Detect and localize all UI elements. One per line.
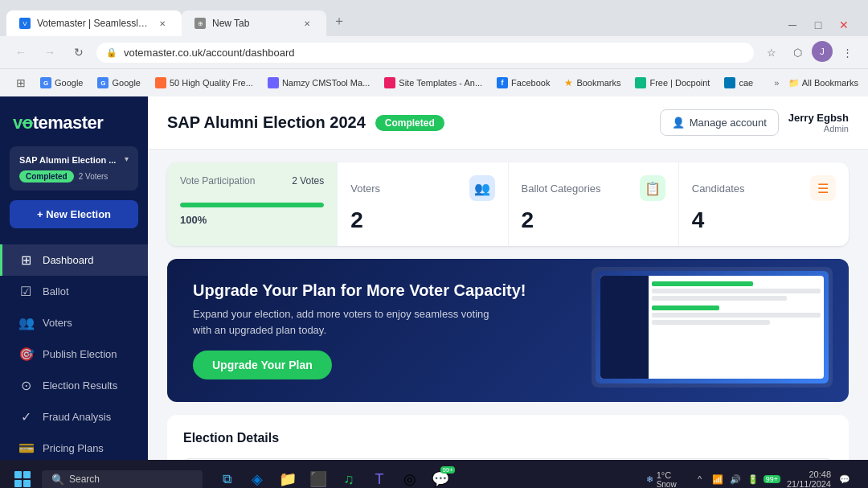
participation-votes: 2 Votes: [292, 175, 324, 187]
sidebar-item-pricing[interactable]: 💳 Pricing Plans: [0, 433, 148, 460]
manage-account-button[interactable]: 👤 Manage account: [660, 109, 779, 136]
bookmark-facebook[interactable]: f Facebook: [490, 76, 556, 90]
browser-chrome: V Votemaster | Seamlessly Build s... ✕ ⊕…: [0, 0, 868, 96]
notification-icon[interactable]: 💬: [837, 472, 852, 486]
upgrade-text: Upgrade Your Plan for More Voter Capacit…: [193, 281, 526, 379]
election-voters-count: 2 Voters: [79, 172, 108, 181]
taskbar-app-edge[interactable]: ◈: [243, 465, 272, 488]
new-tab-button[interactable]: ＋: [326, 6, 352, 36]
bookmark-bookmarks[interactable]: ★ Bookmarks: [558, 76, 627, 90]
stat-card-ballot-categories: Ballot Categories 📋 2: [509, 162, 679, 246]
tab-votemaster[interactable]: V Votemaster | Seamlessly Build s... ✕: [6, 10, 182, 36]
manage-account-icon: 👤: [672, 117, 685, 129]
windows-icon: [14, 471, 31, 487]
bookmark-site-templates[interactable]: Site Templates - An...: [378, 76, 489, 90]
main-header-left: SAP Alumni Election 2024 Completed: [167, 113, 444, 132]
mockup-screen: [592, 267, 833, 388]
bookmarks-more[interactable]: »: [769, 76, 784, 89]
sidebar-item-ballot[interactable]: ☑ Ballot: [0, 276, 148, 307]
voters-count: 2: [350, 207, 494, 233]
stat-card-voters: Voters 👥 2: [338, 162, 508, 246]
star-icon[interactable]: ☆: [760, 41, 783, 64]
sidebar-item-publish[interactable]: 🎯 Publish Election: [0, 338, 148, 370]
sidebar: votemaster SAP Alumni Election ... ▾ Com…: [0, 96, 148, 460]
whatsapp-badge: 99+: [440, 466, 455, 474]
taskbar-search[interactable]: 🔍 Search: [42, 470, 203, 489]
bookmark-namzy[interactable]: Namzy CMSTool Ma...: [261, 76, 376, 90]
upgrade-mockup: [592, 267, 833, 388]
fraud-icon: ✓: [18, 409, 33, 424]
taskbar-app-spotify[interactable]: ♫: [334, 465, 363, 488]
back-button[interactable]: ←: [10, 41, 32, 64]
election-details-section: Election Details SAP Alumni Election 202…: [167, 415, 849, 460]
votemaster-favicon: V: [19, 18, 31, 29]
participation-percent: 100%: [180, 214, 207, 226]
tray-battery-icon[interactable]: 🔋: [746, 472, 760, 486]
mockup-sidebar-decoration: [600, 276, 649, 379]
bookmarks-bar: ⊞ G Google G Google 50 High Quality Fre.…: [0, 68, 868, 96]
google-icon: G: [40, 77, 51, 88]
tab-close[interactable]: ✕: [156, 17, 169, 30]
new-election-button[interactable]: + New Election: [10, 200, 138, 228]
bookmark-label-cae: cae: [739, 78, 753, 88]
apps-icon[interactable]: ⊞: [10, 72, 32, 94]
mockup-inner: [600, 276, 824, 379]
extensions-icon[interactable]: ⬡: [786, 41, 809, 64]
publish-icon: 🎯: [18, 347, 33, 362]
candidates-label: Candidates: [692, 182, 745, 195]
voters-stat-icon: 👥: [469, 175, 495, 201]
taskbar-app-files[interactable]: 📁: [273, 465, 302, 488]
election-selector[interactable]: SAP Alumni Election ... ▾ Completed 2 Vo…: [10, 146, 138, 191]
all-bookmarks[interactable]: 📁 All Bookmarks: [788, 78, 858, 88]
tray-network-icon[interactable]: 📶: [710, 472, 725, 486]
stat-card-candidates: Candidates ☰ 4: [679, 162, 849, 246]
windows-start-button[interactable]: [10, 466, 35, 488]
sidebar-label-pricing: Pricing Plans: [43, 442, 104, 454]
taskbar-app-chrome[interactable]: ◎: [395, 465, 424, 488]
upgrade-button[interactable]: Upgrade Your Plan: [193, 351, 332, 379]
sidebar-label-dashboard: Dashboard: [43, 254, 94, 266]
sidebar-item-voters[interactable]: 👥 Voters: [0, 307, 148, 338]
teams-icon: T: [375, 471, 384, 488]
taskbar-app-task-view[interactable]: ⧉: [212, 465, 241, 488]
dashboard-icon: ⊞: [18, 252, 33, 268]
tray-clock[interactable]: 20:48 21/11/2024: [787, 470, 831, 488]
menu-icon[interactable]: ⋮: [836, 41, 858, 64]
bookmark-label-bm: Bookmarks: [576, 78, 620, 88]
taskbar-app-whatsapp[interactable]: 💬 99+: [426, 465, 455, 488]
tab-newtab[interactable]: ⊕ New Tab ✕: [182, 10, 326, 36]
sidebar-item-fraud[interactable]: ✓ Fraud Analysis: [0, 401, 148, 433]
bookmark-google-2[interactable]: G Google: [91, 76, 146, 90]
clock-time: 20:48: [787, 470, 831, 479]
taskbar-app-teams[interactable]: T: [365, 465, 394, 488]
reload-button[interactable]: ↻: [68, 41, 90, 64]
logo-o: o: [23, 113, 33, 133]
logo-text: votemaster: [13, 113, 135, 133]
sidebar-item-dashboard[interactable]: ⊞ Dashboard: [0, 244, 148, 276]
weather-temp: 1°C: [657, 470, 677, 480]
tray-volume-icon[interactable]: 🔊: [728, 472, 743, 486]
browser-tabs: V Votemaster | Seamlessly Build s... ✕ ⊕…: [0, 0, 868, 36]
tab-close-newtab[interactable]: ✕: [301, 17, 313, 30]
participation-progress-fill: [180, 203, 324, 207]
bookmark-highquality[interactable]: 50 High Quality Fre...: [149, 76, 260, 90]
profile-icon[interactable]: J: [812, 41, 833, 62]
forward-button[interactable]: →: [39, 41, 61, 64]
tab-label-newtab: New Tab: [212, 18, 249, 29]
bookmark-cae[interactable]: cae: [718, 76, 760, 90]
bookmark-google-1[interactable]: G Google: [34, 76, 89, 90]
taskbar-app-terminal[interactable]: ⬛: [304, 465, 333, 488]
minimize-button[interactable]: ─: [781, 14, 804, 36]
address-bar[interactable]: 🔒 votemaster.co.uk/account/dashboard: [96, 43, 754, 63]
maximize-button[interactable]: □: [807, 14, 829, 36]
stats-grid: Vote Participation 2 Votes 100% Voters 👥…: [167, 162, 849, 246]
tray-chevron-icon[interactable]: ^: [693, 472, 707, 486]
bookmark-docpoint[interactable]: Free | Docpoint: [628, 76, 716, 90]
close-button[interactable]: ✕: [833, 14, 855, 36]
logo-highlight: v: [13, 113, 23, 133]
sidebar-item-results[interactable]: ⊙ Election Results: [0, 370, 148, 401]
completed-badge: Completed: [375, 115, 444, 131]
user-name: Jerry Egbsh: [788, 112, 849, 124]
site-templates-icon: [384, 77, 395, 88]
upgrade-title: Upgrade Your Plan for More Voter Capacit…: [193, 281, 526, 300]
